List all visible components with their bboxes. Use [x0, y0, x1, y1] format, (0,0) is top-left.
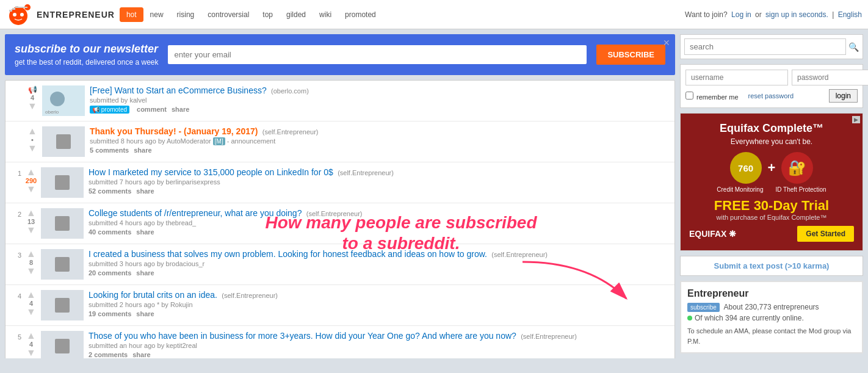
- post-meta: submitted 2 hours ago * by Rokujin: [89, 301, 670, 308]
- vote-col: ▲ • ▼: [23, 126, 42, 157]
- login-inputs: [685, 70, 858, 85]
- downvote-button[interactable]: ▼: [27, 143, 37, 153]
- remember-me-checkbox[interactable]: [685, 92, 693, 100]
- post-meta: submitted 3 hours ago by brodacious_r: [89, 260, 670, 267]
- comment-link[interactable]: 52 comments: [89, 187, 131, 195]
- newsletter-title: subscribe to our newsletter: [15, 43, 158, 56]
- language-link[interactable]: English: [838, 10, 862, 19]
- post-title-link[interactable]: Looking for brutal crits on an idea.: [89, 290, 217, 300]
- comment-link[interactable]: 5 comments: [90, 147, 129, 154]
- tab-new[interactable]: new: [143, 7, 170, 22]
- post-author-link[interactable]: berlinparisexpress: [166, 178, 220, 186]
- upvote-button[interactable]: ▲: [26, 249, 36, 259]
- post-content: [Free] Want to Start an eCommerce Busine…: [90, 85, 670, 116]
- vote-col: ▲ 8 ▼: [21, 249, 41, 280]
- tab-controversial[interactable]: controversial: [201, 7, 256, 22]
- comment-link[interactable]: 40 comments: [89, 228, 131, 236]
- search-button[interactable]: 🔍: [848, 42, 859, 52]
- tab-wiki[interactable]: wiki: [313, 7, 338, 22]
- tab-top[interactable]: top: [256, 7, 280, 22]
- ad-brand: Equifax Complete™: [689, 122, 854, 135]
- post-author-link[interactable]: keptit2real: [166, 342, 197, 349]
- close-banner-button[interactable]: ✕: [663, 38, 670, 48]
- share-link[interactable]: share: [136, 269, 154, 277]
- subreddit-nav: Entrepreneur hot new rising controversia…: [37, 7, 685, 22]
- downvote-button[interactable]: ▼: [27, 101, 37, 111]
- svg-point-0: [9, 7, 27, 25]
- downvote-button[interactable]: ▼: [26, 266, 36, 276]
- post-author-link[interactable]: thebread_: [166, 219, 197, 226]
- reset-password-link[interactable]: reset password: [748, 92, 824, 100]
- post-title-link[interactable]: How I marketed my service to 315,000 peo…: [89, 167, 333, 177]
- upvote-button[interactable]: ▲: [26, 208, 36, 218]
- downvote-button[interactable]: ▼: [26, 307, 36, 317]
- upvote-button[interactable]: ▲: [27, 126, 37, 136]
- submit-text-post-link[interactable]: Submit a text post (>10 karma): [714, 261, 830, 270]
- comment-link[interactable]: 20 comments: [89, 269, 131, 277]
- subscribe-badge[interactable]: subscribe: [687, 303, 720, 312]
- downvote-button[interactable]: ▼: [26, 184, 36, 194]
- tab-promoted[interactable]: promoted: [338, 7, 383, 22]
- svg-rect-5: [9, 10, 12, 12]
- login-link[interactable]: Log in: [731, 10, 751, 19]
- subscribe-button[interactable]: SUBSCRIBE: [596, 45, 665, 65]
- password-input[interactable]: [792, 70, 868, 85]
- share-link[interactable]: share: [134, 147, 151, 154]
- tab-hot[interactable]: hot: [120, 7, 143, 22]
- post-domain: (self.Entrepreneur): [338, 169, 394, 176]
- svg-point-1: [13, 13, 16, 16]
- content-area: subscribe to our newsletter get the best…: [5, 34, 675, 353]
- post-title-link[interactable]: Thank you Thursday! - (January 19, 2017): [90, 126, 258, 136]
- comment-link[interactable]: comment: [137, 106, 167, 114]
- ad-free-trial-sub: with purchase of Equifax Complete™: [689, 214, 854, 221]
- signup-link[interactable]: sign up in seconds.: [765, 10, 828, 19]
- mod-badge: [M]: [213, 137, 225, 145]
- post-author-link[interactable]: Rokujin: [170, 301, 193, 308]
- post-title-link[interactable]: I created a business that solves my own …: [89, 249, 487, 259]
- share-link[interactable]: share: [132, 351, 150, 358]
- ad-fingerprint-icon: 🔐: [781, 152, 813, 184]
- ad-score-badge: 760: [730, 152, 762, 184]
- post-actions: 20 comments share: [89, 269, 670, 277]
- svg-rect-7: [15, 6, 18, 8]
- vote-col: ▲ 4 ▼: [21, 331, 41, 358]
- post-title-link[interactable]: College students of /r/entrepreneur, wha…: [89, 208, 302, 218]
- table-row: 📢 4 ▼ oberlo [Free] Want to Start an eCo…: [5, 81, 675, 121]
- tab-rising[interactable]: rising: [170, 7, 201, 22]
- post-content: Those of you who have been in business f…: [89, 331, 670, 358]
- post-title-link[interactable]: [Free] Want to Start an eCommerce Busine…: [90, 85, 267, 95]
- username-input[interactable]: [685, 70, 788, 85]
- share-link[interactable]: share: [172, 106, 189, 114]
- post-author-link[interactable]: kalvel: [129, 96, 146, 104]
- post-author-link[interactable]: AutoModerator: [167, 137, 211, 145]
- svg-point-9: [50, 92, 65, 106]
- equifax-ad: ▶ Equifax Complete™ Everywhere you can't…: [680, 113, 863, 251]
- post-content: Thank you Thursday! - (January 19, 2017)…: [90, 126, 670, 157]
- share-link[interactable]: share: [136, 310, 154, 317]
- table-row: ▲ • ▼ Thank you Thursday! - (January 19,…: [5, 121, 675, 162]
- ad-get-started-button[interactable]: Get Started: [797, 226, 854, 242]
- subreddit-title: Entrepreneur: [687, 288, 856, 299]
- upvote-button[interactable]: ▲: [26, 167, 36, 177]
- upvote-button[interactable]: ▲: [26, 331, 36, 341]
- share-link[interactable]: share: [136, 187, 154, 195]
- login-button[interactable]: login: [829, 89, 858, 103]
- upvote-button[interactable]: ▲: [26, 290, 36, 300]
- comment-link[interactable]: 19 comments: [89, 310, 131, 317]
- post-thumbnail: [41, 167, 84, 198]
- post-rank: 5: [10, 331, 21, 358]
- post-actions: 40 comments share: [89, 228, 670, 236]
- reddit-logo[interactable]: [6, 2, 31, 27]
- post-thumbnail: oberlo: [42, 85, 85, 116]
- comment-link[interactable]: 2 comments: [89, 351, 128, 358]
- table-row: 3 ▲ 8 ▼ I created a business that solves…: [5, 244, 675, 285]
- sidebar: 🔍 remember me reset password login ▶ Equ…: [680, 34, 863, 353]
- tab-gilded[interactable]: gilded: [280, 7, 313, 22]
- share-link[interactable]: share: [136, 228, 154, 236]
- newsletter-email-input[interactable]: [168, 45, 587, 64]
- post-title-link[interactable]: Those of you who have been in business f…: [89, 331, 516, 341]
- downvote-button[interactable]: ▼: [26, 225, 36, 235]
- search-input[interactable]: [684, 38, 846, 55]
- post-author-link[interactable]: brodacious_r: [166, 260, 205, 267]
- downvote-button[interactable]: ▼: [26, 348, 36, 358]
